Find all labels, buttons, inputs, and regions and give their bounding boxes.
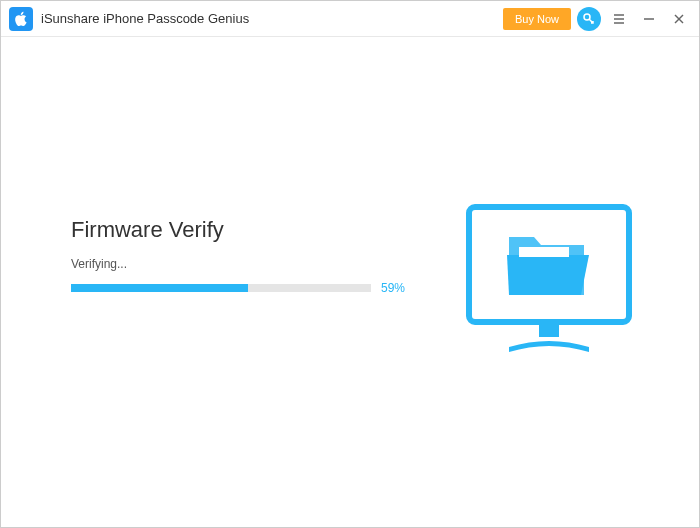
illustration xyxy=(459,187,639,367)
progress-section: Firmware Verify Verifying... 59% xyxy=(71,217,411,295)
page-heading: Firmware Verify xyxy=(71,217,411,243)
progress-bar xyxy=(71,284,371,292)
content-area: Firmware Verify Verifying... 59% xyxy=(1,37,699,527)
close-icon xyxy=(673,13,685,25)
status-text: Verifying... xyxy=(71,257,411,271)
minimize-icon xyxy=(642,12,656,26)
svg-rect-9 xyxy=(519,247,569,257)
app-title: iSunshare iPhone Passcode Genius xyxy=(41,11,503,26)
hamburger-icon xyxy=(612,12,626,26)
key-icon xyxy=(582,12,596,26)
help-button[interactable] xyxy=(577,7,601,31)
computer-folder-icon xyxy=(459,187,639,367)
minimize-button[interactable] xyxy=(637,7,661,31)
svg-rect-8 xyxy=(539,322,559,337)
close-button[interactable] xyxy=(667,7,691,31)
apple-icon xyxy=(13,11,29,27)
progress-fill xyxy=(71,284,248,292)
app-window: iSunshare iPhone Passcode Genius Buy Now xyxy=(0,0,700,528)
progress-row: 59% xyxy=(71,281,411,295)
titlebar-controls: Buy Now xyxy=(503,7,691,31)
app-logo xyxy=(9,7,33,31)
progress-percent: 59% xyxy=(381,281,405,295)
menu-button[interactable] xyxy=(607,7,631,31)
titlebar: iSunshare iPhone Passcode Genius Buy Now xyxy=(1,1,699,37)
buy-now-button[interactable]: Buy Now xyxy=(503,8,571,30)
